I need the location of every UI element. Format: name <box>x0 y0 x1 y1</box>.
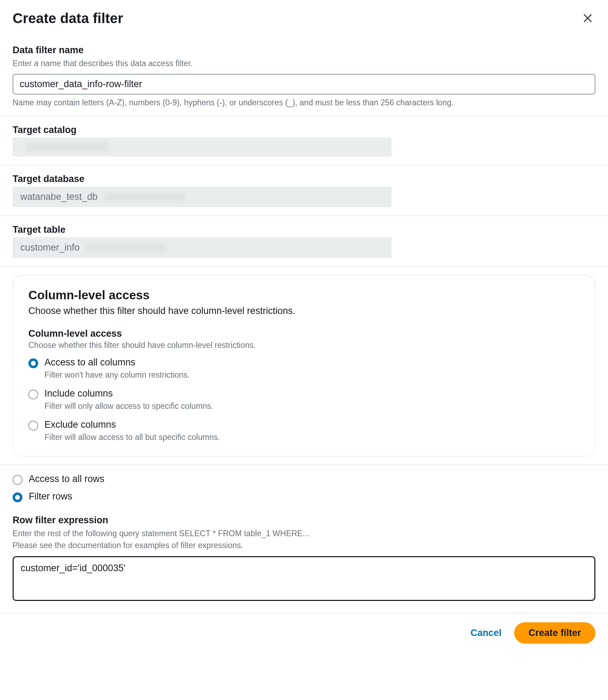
create-filter-button[interactable]: Create filter <box>514 622 595 644</box>
divider <box>0 165 608 165</box>
row-filter-label: Row filter expression <box>13 515 595 526</box>
row-filter-hint1: Enter the rest of the following query st… <box>13 528 595 539</box>
column-access-subhint: Choose whether this filter should have c… <box>28 341 580 350</box>
row-filter-expression-input[interactable] <box>13 556 595 601</box>
radio-label-filter-rows: Filter rows <box>29 491 72 502</box>
radio-desc-exclude-columns: Filter will allow access to all but spec… <box>44 433 580 442</box>
divider <box>0 216 608 216</box>
filter-name-footer: Name may contain letters (A-Z), numbers … <box>13 98 595 107</box>
target-database-label: Target database <box>13 174 595 184</box>
radio-desc-all-columns: Filter won't have any column restriction… <box>44 370 580 380</box>
radio-label-include-columns: Include columns <box>44 388 113 399</box>
radio-access-all-columns[interactable] <box>28 358 38 368</box>
cancel-button[interactable]: Cancel <box>470 628 502 638</box>
radio-label-all-columns: Access to all columns <box>44 357 136 368</box>
radio-access-all-rows[interactable] <box>13 475 22 485</box>
divider <box>0 116 608 116</box>
radio-exclude-columns[interactable] <box>28 421 38 430</box>
radio-label-all-rows: Access to all rows <box>29 474 104 484</box>
filter-name-label: Data filter name <box>13 45 595 56</box>
radio-desc-include-columns: Filter will only allow access to specifi… <box>44 401 580 411</box>
radio-label-exclude-columns: Exclude columns <box>44 419 116 430</box>
column-access-sub: Choose whether this filter should have c… <box>28 306 580 316</box>
target-catalog-value <box>13 138 392 156</box>
radio-filter-rows[interactable] <box>13 492 22 502</box>
filter-name-input[interactable] <box>13 74 595 94</box>
target-table-value: customer_info <box>13 237 392 258</box>
filter-name-hint: Enter a name that describes this data ac… <box>13 58 595 69</box>
row-filter-hint2: Please see the documentation for example… <box>13 540 595 551</box>
target-catalog-label: Target catalog <box>13 125 595 135</box>
close-icon[interactable] <box>580 10 595 28</box>
column-access-subheader: Column-level access <box>28 328 580 339</box>
divider <box>0 465 608 465</box>
modal-title: Create data filter <box>13 10 123 26</box>
column-access-panel: Column-level access Choose whether this … <box>13 275 595 456</box>
column-access-title: Column-level access <box>28 288 580 302</box>
divider <box>0 266 608 267</box>
radio-include-columns[interactable] <box>28 390 38 399</box>
target-database-value: watanabe_test_db <box>13 187 392 207</box>
target-table-label: Target table <box>13 224 595 235</box>
